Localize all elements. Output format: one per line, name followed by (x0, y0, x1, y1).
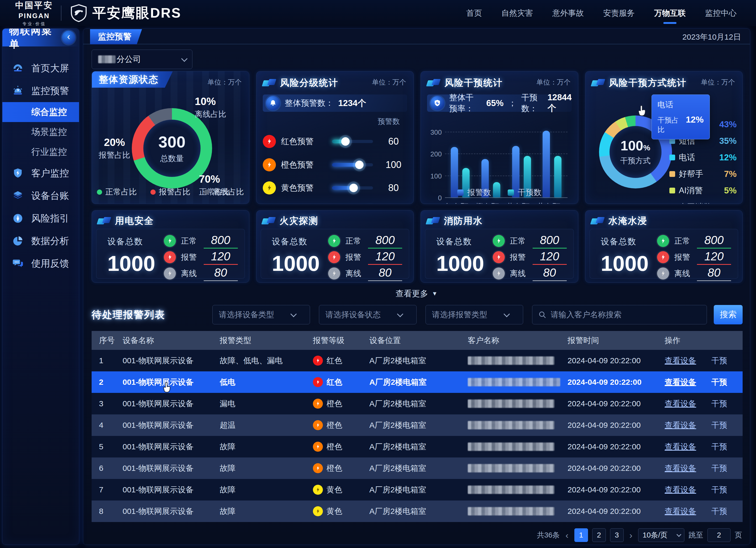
search-button[interactable]: 搜索 (714, 305, 743, 324)
sidebar-item-监控预警[interactable]: 监控预警 (2, 80, 79, 102)
card-title-row: 用电安全 (98, 215, 154, 227)
sidebar-item-客户监控[interactable]: 客户监控 (2, 162, 79, 185)
nav-item-首页[interactable]: 首页 (465, 6, 483, 20)
page-button-2[interactable]: 2 (592, 528, 606, 542)
legend-label: AI消警 (679, 185, 720, 196)
sidebar-item-使用反馈[interactable]: 使用反馈 (2, 252, 79, 275)
cell-location: A厂房2楼电箱室 (362, 463, 460, 474)
sidebar-subitem-综合监控[interactable]: 综合监控 (2, 102, 79, 122)
device-stat-报警: 报警120 (657, 249, 731, 265)
customer-search-input[interactable] (551, 310, 701, 319)
page-size-select[interactable]: 10条/页 (638, 528, 684, 542)
intervene-link[interactable]: 干预 (711, 463, 727, 474)
device-status-select[interactable]: 请选择设备状态 (319, 305, 417, 324)
view-device-link[interactable]: 查看设备 (665, 506, 696, 517)
redacted-customer-name (468, 378, 560, 386)
device-total-value: 1000台 (272, 251, 328, 283)
nav-item-意外事故[interactable]: 意外事故 (551, 6, 585, 20)
slider-knob[interactable] (349, 184, 358, 192)
device-stat-离线: 离线80 (493, 265, 567, 282)
view-more-link[interactable]: 查看更多 ▼ (83, 288, 750, 299)
pulse-shield-icon (430, 96, 444, 110)
nav-item-安责服务[interactable]: 安责服务 (602, 6, 636, 20)
view-device-link[interactable]: 查看设备 (665, 441, 696, 452)
sidebar-item-设备台账[interactable]: 设备台账 (2, 185, 79, 207)
view-device-link[interactable]: 查看设备 (665, 377, 696, 388)
level-badge-icon (313, 442, 323, 452)
header-操作: 操作 (657, 335, 743, 346)
lightning-icon (331, 270, 337, 277)
table-row-1[interactable]: 1001-物联网展示设备故障、低电、漏电红色A厂房2楼电箱室2024-04-09… (92, 350, 743, 371)
lightning-icon (315, 401, 321, 406)
intervene-link[interactable]: 干预 (711, 377, 727, 388)
legend-swatch (669, 188, 675, 193)
device-stat-正常: 正常800 (493, 233, 567, 249)
sidebar-item-label: 监控预警 (31, 85, 69, 97)
flag-icon (262, 216, 275, 226)
intervene-link[interactable]: 干预 (711, 355, 727, 366)
slider-track[interactable] (332, 186, 373, 189)
sidebar-item-数据分析[interactable]: 数据分析 (2, 230, 79, 252)
level-badge-icon (263, 181, 276, 194)
unit-label: 单位：万个 (537, 78, 571, 87)
nav-item-万物互联[interactable]: 万物互联 (653, 6, 687, 20)
table-row-5[interactable]: 5001-物联网展示设备故障橙色A厂房2楼电箱室2024-04-09 20:22… (92, 436, 743, 457)
table-row-7[interactable]: 7001-物联网展示设备故障黄色A厂房2楼电箱室2024-04-09 20:22… (92, 479, 743, 500)
sidebar-item-label: 风险指引 (31, 212, 69, 225)
status-lightning-icon (164, 267, 176, 280)
nav-item-label: 监控中心 (705, 9, 737, 17)
intervene-link[interactable]: 干预 (711, 441, 727, 452)
card-intervention-stats: 风险干预统计 单位：万个 整体干预率： 65% ； 干预数： 12844个 30… (421, 71, 578, 204)
sidebar-subitem-行业监控[interactable]: 行业监控 (2, 142, 79, 162)
stat-label: 报警 (345, 252, 368, 263)
device-stats: 正常800报警120离线80 (328, 229, 409, 278)
prev-page-button[interactable]: ‹ (564, 530, 570, 540)
sidebar-item-首页大屏[interactable]: 首页大屏 (2, 57, 79, 80)
table-row-3[interactable]: 3001-物联网展示设备漏电橙色A厂房2楼电箱室2024-04-09 20:22… (92, 393, 743, 414)
intervene-link[interactable]: 干预 (711, 484, 727, 495)
sidebar-item-风险指引[interactable]: 风险指引 (2, 207, 79, 230)
table-row-2[interactable]: 2001-物联网展示设备低电红色A厂房2楼电箱室2024-04-09 20:22… (92, 371, 743, 393)
intervene-link[interactable]: 干预 (711, 398, 727, 409)
tab-monitoring-alert[interactable]: 监控预警 (90, 29, 142, 44)
legend-item-报警数: 报警数 (457, 187, 491, 198)
intervene-link[interactable]: 干预 (711, 420, 727, 431)
slider-track[interactable] (332, 163, 373, 166)
slider-knob[interactable] (341, 137, 350, 146)
sidebar-subitem-场景监控[interactable]: 场景监控 (2, 122, 79, 142)
card-title-row: 消防用水 (427, 215, 483, 227)
table-row-8[interactable]: 8001-物联网展示设备故障黄色A厂房2楼电箱室2024-04-09 20:22… (92, 500, 743, 522)
cell-no: 5 (92, 442, 115, 451)
jump-page-input[interactable] (707, 528, 731, 542)
next-page-button[interactable]: › (628, 530, 634, 540)
slider-knob[interactable] (355, 161, 364, 169)
view-device-link[interactable]: 查看设备 (665, 355, 696, 366)
view-device-link[interactable]: 查看设备 (665, 463, 696, 474)
redacted-customer-name (468, 421, 554, 429)
page-button-3[interactable]: 3 (610, 528, 624, 542)
device-type-select[interactable]: 请选择设备类型 (212, 305, 310, 324)
nav-item-label: 万物互联 (654, 9, 686, 17)
cell-device-name: 001-物联网展示设备 (115, 398, 212, 409)
legend-label: 正常占比 (105, 187, 137, 197)
slider-track[interactable] (332, 140, 373, 143)
sidebar-collapse-button[interactable]: ‹ (62, 31, 75, 44)
table-body: 1001-物联网展示设备故障、低电、漏电红色A厂房2楼电箱室2024-04-09… (92, 350, 743, 522)
page-button-1[interactable]: 1 (574, 528, 588, 542)
stat-value: 800 (204, 234, 238, 249)
cell-customer (460, 464, 560, 472)
view-device-link[interactable]: 查看设备 (665, 420, 696, 431)
category-label: 蓝色预警 (537, 202, 568, 204)
table-row-6[interactable]: 6001-物联网展示设备故障橙色A厂房2楼电箱室2024-04-09 20:22… (92, 457, 743, 479)
view-device-link[interactable]: 查看设备 (665, 484, 696, 495)
branch-select[interactable]: 分公司 (92, 50, 192, 69)
nav-item-自然灾害[interactable]: 自然灾害 (500, 6, 534, 20)
alarm-type-select[interactable]: 请选择报警类型 (426, 305, 523, 324)
table-row-4[interactable]: 4001-物联网展示设备超温橙色A厂房2楼电箱室2024-04-09 20:22… (92, 414, 743, 436)
card-title-ribbon: 整体资源状态 (92, 71, 173, 88)
intervene-link[interactable]: 干预 (711, 506, 727, 517)
nav-item-监控中心[interactable]: 监控中心 (704, 6, 738, 20)
risk-slider-row-红色预警: 红色预警60 (263, 132, 407, 151)
stat-label: 报警 (510, 252, 533, 263)
view-device-link[interactable]: 查看设备 (665, 398, 696, 409)
